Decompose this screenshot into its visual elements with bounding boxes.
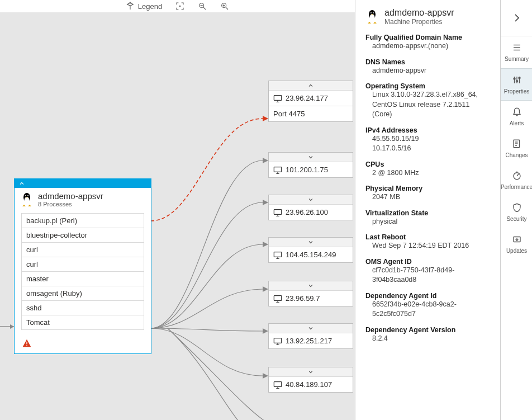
monitor-icon [273,295,282,303]
property-row: Physical Memory2047 MB [365,185,490,202]
remote-host-toggle[interactable] [269,281,353,291]
remote-ip: 23.96.59.7 [286,294,320,303]
monitor-icon [273,337,282,345]
svg-rect-10 [274,95,281,100]
dependency-canvas[interactable]: admdemo-appsvr 8 Processes backup.pl (Pe… [0,12,355,420]
property-row: Dependency Agent Version8.2.4 [365,326,490,344]
legend-icon [126,2,135,11]
property-row: DNS Namesadmdemo-appsvr [365,58,490,76]
property-value: 10.17.0.5/16 [365,144,490,154]
nav-alerts[interactable]: Alerts [501,101,532,133]
remote-host-toggle[interactable] [269,324,353,333]
property-key: CPUs [365,161,490,168]
remote-host-toggle[interactable] [269,238,353,247]
nav-summary[interactable]: Summary [501,36,532,68]
properties-panel: admdemo-appsvr Machine Properties Fully … [355,0,500,420]
nav-label: Performance [501,184,532,190]
process-item[interactable]: bluestripe-collector [21,228,144,243]
svg-rect-9 [26,345,27,346]
remote-ip: 104.45.154.249 [286,251,336,259]
nav-performance[interactable]: Performance [501,164,532,196]
property-key: DNS Names [365,58,490,66]
tux-icon [365,10,379,24]
fit-button[interactable] [175,2,184,11]
security-icon [511,202,522,214]
property-value: physical [365,217,490,227]
property-value: admdemo-appsvr.(none) [365,41,490,51]
svg-rect-11 [274,167,281,172]
machine-name: admdemo-appsvr [38,191,103,201]
remote-port: Port 4475 [273,110,305,118]
summary-icon [511,43,522,54]
remote-host-toggle[interactable] [269,367,353,377]
nav-changes[interactable]: Changes [501,133,532,164]
changes-icon [511,139,522,150]
nav-properties[interactable]: Properties [501,68,532,101]
remote-host-card[interactable]: 101.200.1.75 [268,152,353,178]
performance-icon [511,171,522,182]
chevron-down-icon [308,325,314,331]
monitor-icon [273,166,282,174]
property-row: Dependency Agent Id6652f34b-e02e-4cb8-9c… [365,292,490,319]
property-value: 2 @ 1800 MHz [365,168,490,178]
remote-host-toggle[interactable] [269,81,353,91]
chevron-down-icon [308,239,314,245]
property-value: 2047 MB [365,192,490,202]
process-item[interactable]: backup.pl (Perl) [21,214,144,228]
process-item[interactable]: omsagent (Ruby) [21,286,144,301]
collapse-panel-button[interactable] [501,0,532,36]
process-item[interactable]: sshd [21,301,144,315]
monitor-icon [273,251,282,259]
legend-label: Legend [138,2,162,11]
remote-host-toggle[interactable] [269,153,353,162]
property-key: Dependency Agent Version [365,326,490,334]
chevron-down-icon [308,154,314,160]
property-row: Operating SystemLinux 3.10.0-327.28.3.el… [365,82,490,120]
process-item[interactable]: Tomcat [21,315,144,330]
remote-host-card[interactable]: 23.96.26.100 [268,195,353,220]
canvas-toolbar: Legend [0,0,355,13]
property-value: 8.2.4 [365,334,490,344]
property-row: Fully Qualified Domain Nameadmdemo-appsv… [365,34,490,51]
updates-icon [511,234,522,246]
zoom-in-icon [220,2,229,11]
remote-host-card[interactable]: 23.96.59.7 [268,281,353,306]
machine-card-header[interactable] [15,179,151,188]
monitor-icon [273,381,282,389]
remote-host-card[interactable]: 40.84.189.107 [268,367,353,393]
warning-icon[interactable] [15,337,151,353]
remote-host-card[interactable]: 23.96.24.177 Port 4475 [268,81,353,122]
process-item[interactable]: curl [21,243,144,257]
remote-ip: 23.96.26.100 [286,208,328,216]
property-key: Operating System [365,82,490,90]
property-row: Last RebootWed Sep 7 12:54:19 EDT 2016 [365,233,490,251]
panel-machine-name: admdemo-appsvr [384,8,454,18]
property-value: Linux 3.10.0-327.28.3.el7.x86_64, CentOS… [365,90,490,120]
remote-host-toggle[interactable] [269,195,353,205]
property-value: 45.55.50.15/19 [365,134,490,144]
remote-host-card[interactable]: 13.92.251.217 [268,323,353,349]
chevron-down-icon [308,197,314,202]
property-key: OMS Agent ID [365,258,490,266]
property-value: admdemo-appsvr [365,66,490,76]
machine-card[interactable]: admdemo-appsvr 8 Processes backup.pl (Pe… [14,178,151,354]
property-list: Fully Qualified Domain Nameadmdemo-appsv… [365,34,490,343]
process-list: backup.pl (Perl) bluestripe-collector cu… [21,213,144,330]
legend-button[interactable]: Legend [126,2,162,11]
property-key: Last Reboot [365,233,490,241]
process-item[interactable]: curl [21,257,144,272]
property-row: Virtualization Statephysical [365,209,490,227]
property-key: Fully Qualified Domain Name [365,34,490,41]
nav-updates[interactable]: Updates [501,228,532,260]
zoom-in-button[interactable] [220,2,229,11]
remote-host-card[interactable]: 104.45.154.249 [268,237,353,263]
nav-label: Alerts [510,120,524,126]
remote-ip: 40.84.189.107 [286,380,332,389]
nav-security[interactable]: Security [501,196,532,228]
chevron-right-icon [512,13,522,23]
process-item[interactable]: master [21,272,144,286]
zoom-out-button[interactable] [198,2,207,11]
nav-label: Updates [506,248,527,254]
svg-rect-14 [274,295,281,300]
property-key: Dependency Agent Id [365,292,490,300]
